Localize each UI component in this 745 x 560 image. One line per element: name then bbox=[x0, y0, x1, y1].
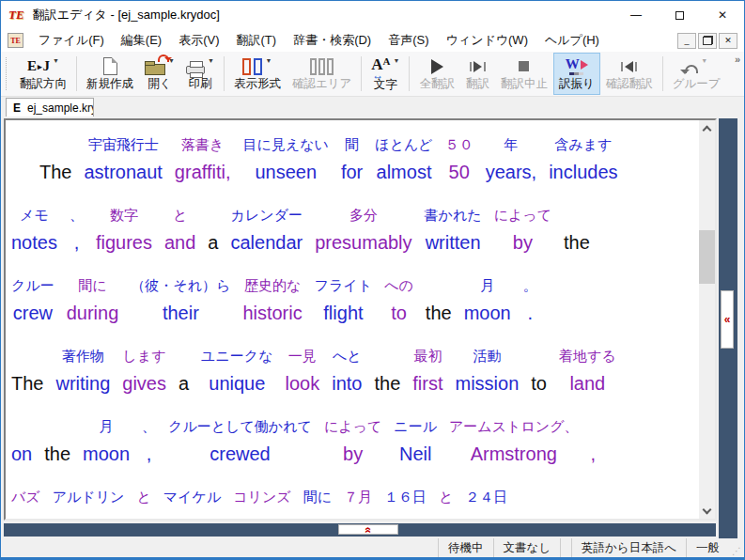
word-pair[interactable]: へのto bbox=[384, 276, 413, 325]
word-pair[interactable]: しますgives bbox=[122, 347, 166, 396]
word-pair[interactable]: on bbox=[11, 417, 32, 466]
word-pair[interactable]: ５０50 bbox=[445, 135, 473, 184]
word-pair[interactable]: the bbox=[564, 206, 590, 255]
toolbar-confirm-area-button[interactable]: 確認エリア bbox=[287, 53, 357, 95]
word-pair[interactable]: 最初first bbox=[412, 347, 442, 396]
scroll-down-button[interactable] bbox=[699, 503, 715, 519]
word-pair[interactable]: 着地するland bbox=[559, 347, 616, 396]
word-pair[interactable]: a bbox=[208, 206, 218, 255]
word-pair[interactable]: The bbox=[39, 135, 71, 184]
menu-item-edit[interactable]: 編集(E) bbox=[113, 29, 170, 52]
menu-item-file[interactable]: ファイル(F) bbox=[30, 29, 113, 52]
word-pair[interactable]: 。. bbox=[523, 276, 537, 325]
word-pair[interactable]: The bbox=[11, 347, 43, 396]
word-pair[interactable]: 月moon bbox=[83, 417, 130, 466]
word-pair[interactable]: 活動mission bbox=[455, 347, 519, 396]
mdi-minimize-button[interactable]: _ bbox=[677, 33, 696, 49]
right-splitter-expand-button[interactable]: « bbox=[721, 290, 734, 349]
word-pair[interactable]: へとinto bbox=[332, 347, 362, 396]
word-pair[interactable]: マイケル bbox=[163, 488, 221, 513]
word-pair[interactable]: 間for bbox=[341, 135, 363, 184]
word-pair[interactable]: クルーcrew bbox=[11, 276, 54, 325]
toolbar-new-document-button[interactable]: 新規作成 bbox=[81, 53, 139, 95]
mdi-close-button[interactable]: ✕ bbox=[719, 33, 737, 49]
toolbar-display-format-button[interactable]: ▼表示形式 bbox=[228, 53, 287, 95]
word-pair[interactable]: the bbox=[44, 417, 70, 466]
toolbar-group-button[interactable]: ▼グループ bbox=[667, 53, 726, 95]
word-pair[interactable]: 多分presumably bbox=[315, 206, 411, 255]
dropdown-caret-icon[interactable]: ▼ bbox=[394, 57, 400, 64]
bottom-splitter-expand-button[interactable]: « bbox=[338, 524, 398, 535]
word-pair[interactable]: 宇宙飛行士astronaut bbox=[84, 135, 162, 184]
word-pair[interactable]: the bbox=[426, 276, 452, 325]
toolbar-translate-button[interactable]: 翻訳 bbox=[460, 53, 495, 95]
bottom-splitter-bar[interactable]: « bbox=[4, 523, 716, 537]
word-pair[interactable]: によってby bbox=[324, 417, 381, 466]
word-pair[interactable]: （彼・それ）らtheir bbox=[131, 276, 230, 325]
toolbar-confirm-translate-button[interactable]: 確認翻訳 bbox=[600, 53, 659, 95]
dropdown-caret-icon[interactable]: ▼ bbox=[53, 57, 59, 64]
word-pair[interactable]: 目に見えないunseen bbox=[243, 135, 329, 184]
menu-item-view[interactable]: 表示(V) bbox=[170, 29, 227, 52]
word-pair[interactable]: 月moon bbox=[464, 276, 511, 325]
maximize-button[interactable] bbox=[658, 1, 701, 29]
toolbar-open-button[interactable]: ▼開く bbox=[139, 53, 180, 95]
word-pair[interactable]: と bbox=[439, 488, 453, 513]
word-pair[interactable]: ７月 bbox=[344, 488, 372, 513]
word-pair[interactable]: 間にduring bbox=[67, 276, 119, 325]
resize-grip[interactable]: ⋰ bbox=[729, 538, 744, 557]
toolbar-character-button[interactable]: AA↔▼文字 bbox=[365, 53, 405, 95]
word-pair[interactable]: 含みますincludes bbox=[549, 135, 617, 184]
word-pair[interactable]: the bbox=[374, 347, 400, 396]
dropdown-caret-icon[interactable]: ▼ bbox=[208, 57, 214, 64]
word-pair[interactable]: to bbox=[531, 347, 547, 396]
word-pair[interactable]: メモnotes bbox=[11, 206, 57, 255]
word-pair[interactable]: 、, bbox=[70, 206, 84, 255]
menu-item-dictionary-search[interactable]: 辞書・検索(D) bbox=[285, 29, 380, 52]
toolbar-print-button[interactable]: ▼印刷 bbox=[180, 53, 220, 95]
toolbar-translation-direction-button[interactable]: E▸J▼翻訳方向 bbox=[14, 53, 72, 95]
close-button[interactable]: ✕ bbox=[701, 1, 744, 29]
menu-item-help[interactable]: ヘルプ(H) bbox=[536, 29, 608, 52]
menu-item-voice[interactable]: 音声(S) bbox=[380, 29, 437, 52]
tab-document[interactable]: E ej_sample.krydoc bbox=[6, 98, 94, 117]
word-pair[interactable]: ほとんどalmost bbox=[375, 135, 432, 184]
mdi-restore-button[interactable] bbox=[698, 33, 717, 49]
word-pair[interactable]: と bbox=[136, 488, 150, 513]
scrollbar-thumb[interactable] bbox=[699, 230, 715, 284]
toolbar-gloss-mode-button[interactable]: W訳振り bbox=[553, 53, 600, 95]
word-pair[interactable]: 年years, bbox=[486, 135, 536, 184]
toolbar-translate-all-button[interactable]: 全翻訳 bbox=[413, 53, 460, 95]
scrollbar-track[interactable] bbox=[699, 136, 715, 503]
minimize-button[interactable]: — bbox=[614, 1, 658, 29]
word-pair[interactable]: とand bbox=[164, 206, 195, 255]
word-pair[interactable]: アルドリン bbox=[53, 488, 125, 513]
word-pair[interactable]: 数字figures bbox=[96, 206, 152, 255]
word-pair[interactable]: 間に bbox=[303, 488, 332, 513]
dropdown-caret-icon[interactable]: ▼ bbox=[265, 57, 272, 64]
word-pair[interactable]: クルーとして働かれてcrewed bbox=[168, 417, 312, 466]
scroll-up-button[interactable] bbox=[699, 120, 715, 136]
word-pair[interactable]: ユニークなunique bbox=[201, 347, 272, 396]
word-pair[interactable]: 書かれたwritten bbox=[425, 206, 482, 255]
word-pair[interactable]: アームストロング、Armstrong bbox=[449, 417, 578, 466]
menu-item-window[interactable]: ウィンドウ(W) bbox=[438, 29, 536, 52]
menu-item-translate[interactable]: 翻訳(T) bbox=[228, 29, 286, 52]
word-pair[interactable]: 歴史的なhistoric bbox=[242, 276, 302, 325]
word-pair[interactable]: ２４日 bbox=[465, 488, 507, 513]
right-splitter-bar[interactable]: « bbox=[719, 118, 737, 538]
word-pair[interactable]: 落書きgraffiti, bbox=[175, 135, 231, 184]
word-pair[interactable]: フライトflight bbox=[315, 276, 372, 325]
word-pair[interactable]: a bbox=[178, 347, 189, 396]
toolbar-overflow-chevron[interactable]: » bbox=[735, 54, 740, 65]
word-pair[interactable]: , bbox=[590, 417, 596, 466]
word-pair[interactable]: 著作物writing bbox=[55, 347, 110, 396]
word-pair[interactable]: 、, bbox=[142, 417, 156, 466]
word-pair[interactable]: コリンズ bbox=[233, 488, 290, 513]
word-pair[interactable]: ニールNeil bbox=[394, 417, 437, 466]
word-pair[interactable]: バズ bbox=[11, 488, 40, 513]
word-pair[interactable]: 一見look bbox=[286, 347, 320, 396]
word-pair[interactable]: によってby bbox=[494, 206, 551, 255]
dropdown-caret-icon[interactable]: ▼ bbox=[701, 57, 707, 64]
word-pair[interactable]: カレンダーcalendar bbox=[230, 206, 303, 255]
